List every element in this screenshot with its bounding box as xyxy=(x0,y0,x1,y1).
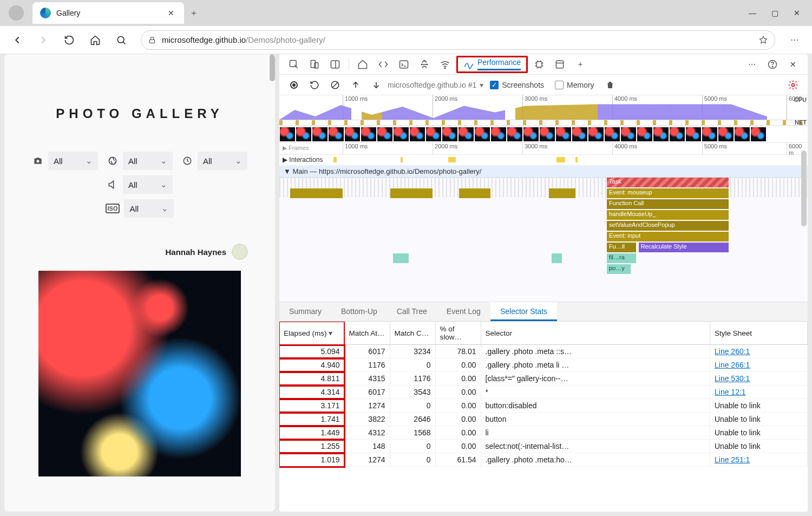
table-row[interactable]: 4.811431511760.00[class*=" gallery-icon-… xyxy=(279,372,808,386)
stylesheet-link[interactable]: Line 530:1 xyxy=(710,372,808,386)
screenshot-thumb[interactable] xyxy=(329,127,344,141)
screenshot-strip[interactable] xyxy=(279,126,808,143)
screenshot-thumb[interactable] xyxy=(572,127,587,141)
table-row[interactable]: 4.940117600.00.gallery .photo .meta li …… xyxy=(279,358,808,372)
kebab-icon[interactable]: ⋯ xyxy=(743,56,761,73)
selector-stats-table[interactable]: Elapsed (ms) Match At… Match C… % of slo… xyxy=(279,322,808,512)
tab-call-tree[interactable]: Call Tree xyxy=(387,302,437,321)
tab-selector-stats[interactable]: Selector Stats xyxy=(490,302,557,321)
screenshot-thumb[interactable] xyxy=(637,127,652,141)
search-button[interactable] xyxy=(110,29,132,51)
tab-bottom-up[interactable]: Bottom-Up xyxy=(331,302,387,321)
screenshot-thumb[interactable] xyxy=(686,127,701,141)
refresh-button[interactable] xyxy=(58,29,80,51)
stylesheet-link[interactable]: Line 251:1 xyxy=(710,453,808,467)
address-bar[interactable]: microsoftedge.github.io/Demos/photo-gall… xyxy=(141,30,775,50)
screenshot-thumb[interactable] xyxy=(751,127,766,141)
more-tabs-icon[interactable]: ＋ xyxy=(571,56,590,73)
screenshot-thumb[interactable] xyxy=(718,127,734,141)
screenshot-thumb[interactable] xyxy=(442,127,457,141)
screenshot-thumb[interactable] xyxy=(377,127,392,141)
chevron-down-icon[interactable]: ▾ xyxy=(480,81,483,89)
page-scrollbar[interactable] xyxy=(270,54,275,81)
filter-camera[interactable]: All⌄ xyxy=(48,152,98,170)
reload-record-icon[interactable] xyxy=(305,77,324,93)
screenshot-thumb[interactable] xyxy=(702,127,717,141)
screenshot-thumb[interactable] xyxy=(426,127,441,141)
screenshot-thumb[interactable] xyxy=(312,127,328,141)
table-row[interactable]: 5.0946017323478.01.gallery .photo .meta … xyxy=(279,345,808,358)
chk-memory[interactable]: Memory xyxy=(555,81,594,89)
application-icon[interactable] xyxy=(551,56,569,73)
memory-icon[interactable] xyxy=(530,56,548,73)
stylesheet-link[interactable]: Line 12:1 xyxy=(710,386,808,399)
screenshot-thumb[interactable] xyxy=(556,127,571,141)
filter-iso[interactable]: All⌄ xyxy=(124,199,174,218)
screenshot-thumb[interactable] xyxy=(670,127,685,141)
table-row[interactable]: 1.741382226460.00buttonUnable to link xyxy=(279,413,808,426)
device-icon[interactable] xyxy=(305,56,324,73)
sources-icon[interactable] xyxy=(415,56,434,73)
overview-timeline[interactable]: 1000 ms 2000 ms 3000 ms 4000 ms 5000 ms … xyxy=(279,95,808,120)
screenshot-thumb[interactable] xyxy=(475,127,490,141)
settings-icon[interactable] xyxy=(784,77,802,93)
profile-avatar[interactable] xyxy=(9,5,24,21)
table-row[interactable]: 1.25514800.00select:not(:-internal-list…… xyxy=(279,440,808,453)
screenshot-thumb[interactable] xyxy=(605,127,620,141)
col-selector[interactable]: Selector xyxy=(481,322,710,345)
photo-thumbnail[interactable] xyxy=(38,271,241,476)
favorite-icon[interactable] xyxy=(758,35,768,45)
author-avatar[interactable] xyxy=(232,244,248,260)
tab-summary[interactable]: Summary xyxy=(279,302,331,321)
screenshot-thumb[interactable] xyxy=(459,127,474,141)
console-icon[interactable] xyxy=(395,56,413,73)
table-row[interactable]: 4.314601735430.00*Line 12:1 xyxy=(279,386,808,399)
interactions-track[interactable]: ▶ Interactions xyxy=(279,155,808,166)
col-match-attempts[interactable]: Match At… xyxy=(344,322,390,345)
back-button[interactable] xyxy=(6,29,28,51)
gc-icon[interactable] xyxy=(601,77,619,93)
screenshot-thumb[interactable] xyxy=(491,127,506,141)
screenshot-thumb[interactable] xyxy=(410,127,425,141)
flame-chart[interactable]: Task Event: mouseup Function Call handle… xyxy=(279,178,808,302)
home-button[interactable] xyxy=(84,29,106,51)
welcome-icon[interactable] xyxy=(353,56,372,73)
clear-icon[interactable] xyxy=(326,77,344,93)
more-menu-icon[interactable]: ⋯ xyxy=(784,29,806,51)
stylesheet-link[interactable]: Line 266:1 xyxy=(710,358,808,372)
download-icon[interactable] xyxy=(367,77,385,93)
screenshot-thumb[interactable] xyxy=(621,127,636,141)
screenshot-thumb[interactable] xyxy=(653,127,669,141)
col-stylesheet[interactable]: Style Sheet xyxy=(710,322,808,345)
table-row[interactable]: 1.0191274061.54.gallery .photo .meta:ho…… xyxy=(279,453,808,467)
screenshot-thumb[interactable] xyxy=(361,127,376,141)
elements-icon[interactable] xyxy=(374,56,392,73)
browser-tab[interactable]: Gallery ✕ xyxy=(32,2,184,24)
col-elapsed[interactable]: Elapsed (ms) xyxy=(279,322,344,345)
screenshot-thumb[interactable] xyxy=(588,127,604,141)
screenshot-thumb[interactable] xyxy=(540,127,555,141)
devtools-scrollbar[interactable] xyxy=(801,151,807,226)
filter-aperture[interactable]: All⌄ xyxy=(123,152,173,170)
col-slow[interactable]: % of slow… xyxy=(435,322,481,345)
screenshot-thumb[interactable] xyxy=(523,127,539,141)
frames-ruler[interactable]: ▶ Frames 1000 ms 2000 ms 3000 ms 4000 ms… xyxy=(279,143,808,155)
screenshot-thumb[interactable] xyxy=(507,127,522,141)
screenshot-thumb[interactable] xyxy=(394,127,409,141)
tab-performance[interactable]: Performance xyxy=(456,56,528,73)
screenshot-thumb[interactable] xyxy=(735,127,750,141)
filter-exposure[interactable]: All⌄ xyxy=(198,152,247,170)
main-thread-label[interactable]: ▼ Main — https://microsoftedge.github.io… xyxy=(279,166,808,178)
dock-icon[interactable] xyxy=(326,56,344,73)
col-match-count[interactable]: Match C… xyxy=(390,322,435,345)
filter-focal[interactable]: All⌄ xyxy=(123,175,173,194)
record-icon[interactable] xyxy=(285,77,303,93)
new-tab-button[interactable]: ＋ xyxy=(184,2,204,24)
tab-event-log[interactable]: Event Log xyxy=(437,302,490,321)
chk-screenshots[interactable]: ✓Screenshots xyxy=(490,81,544,89)
close-devtools-icon[interactable]: ✕ xyxy=(784,56,802,73)
maximize-icon[interactable]: ▢ xyxy=(771,9,778,17)
close-window-icon[interactable]: ✕ xyxy=(794,9,800,17)
screenshot-thumb[interactable] xyxy=(345,127,360,141)
inspect-icon[interactable] xyxy=(285,56,303,73)
